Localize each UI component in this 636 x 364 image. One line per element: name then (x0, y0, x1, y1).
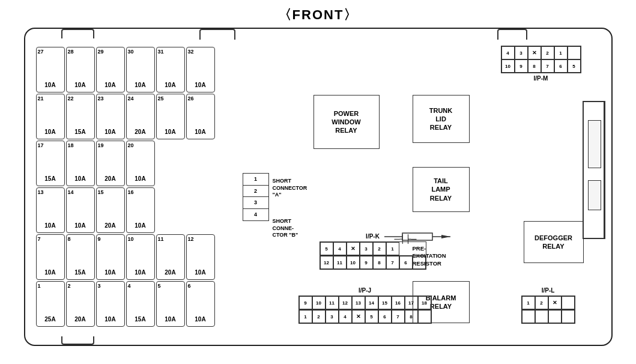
fuse-14: 1410A (66, 187, 95, 233)
fuse-6: 610A (186, 281, 215, 327)
fuse-29: 2910A (96, 47, 125, 93)
bottom-bracket-left (61, 336, 94, 345)
fuse-11: 1120A (156, 234, 185, 280)
diagram-container: 2710A 2810A 2910A 3010A 3110A 3210A 2110… (24, 28, 613, 346)
fuse-24: 2420A (126, 94, 155, 139)
fuse-3: 310A (96, 281, 125, 327)
top-left-notch (61, 29, 94, 38)
ipl-label: I/P-L (521, 287, 575, 294)
tail-lamp-relay: TAILLAMPRELAY (413, 167, 470, 212)
fuse-19: 1920A (96, 141, 125, 186)
fuse-20: 2010A (126, 141, 155, 186)
ipm-label: I/P-M (501, 75, 581, 82)
ipj-container: I/P-J 9 10 11 12 13 14 15 16 17 18 1 2 3… (298, 287, 432, 324)
trunk-lid-relay: TRUNKLIDRELAY (413, 95, 470, 143)
fuse-empty-17-6 (186, 141, 215, 186)
fuse-18: 1810A (66, 141, 95, 186)
ipl-container: I/P-L 1 2 ✕ (521, 287, 575, 324)
fuse-22: 2215A (66, 94, 95, 139)
fuse-9: 910A (96, 234, 125, 280)
defogger-relay: DEFOGGERRELAY (524, 221, 584, 263)
fuse-32: 3210A (186, 47, 215, 93)
ipk-label: I/P-K (320, 233, 426, 240)
fuse-12: 1210A (186, 234, 215, 280)
fuse-4: 415A (126, 281, 155, 327)
fuse-25: 2510A (156, 94, 185, 139)
short-connector-a-label: SHORTCONNECTOR "A" (273, 178, 315, 199)
fuse-2: 220A (66, 281, 95, 327)
fuse-23: 2310A (96, 94, 125, 139)
fuse-5: 510A (156, 281, 185, 327)
fuse-8: 815A (66, 234, 95, 280)
fuse-13: 1310A (36, 187, 65, 233)
fuse-empty-17-5 (156, 141, 185, 186)
right-side-module (583, 101, 605, 239)
short-connector-a-pins: 1 2 3 4 (243, 173, 269, 221)
fuse-empty-13-6 (186, 187, 215, 233)
fuse-26: 2610A (186, 94, 215, 139)
fuse-7: 710A (36, 234, 65, 280)
fuse-28: 2810A (66, 47, 95, 93)
page-title: 〈FRONT〉 (278, 6, 359, 24)
fuse-27: 2710A (36, 47, 65, 93)
short-connector-b-label: SHORTCONNE-CTOR "B" (273, 218, 315, 239)
fuse-15: 1520A (96, 187, 125, 233)
fuse-17: 1715A (36, 141, 65, 186)
fuse-grid: 2710A 2810A 2910A 3010A 3110A 3210A 2110… (36, 47, 215, 327)
ipj-label: I/P-J (298, 287, 432, 294)
fuse-1: 125A (36, 281, 65, 327)
power-window-relay: POWERWINDOWRELAY (313, 95, 380, 149)
fuse-empty-13-5 (156, 187, 185, 233)
ipk-container: I/P-K 5 4 ✕ 3 2 1 12 11 10 9 8 7 6 (320, 233, 426, 270)
fuse-16: 1610A (126, 187, 155, 233)
ipm-container: 4 3 ✕ 2 1 10 9 8 7 6 5 I/P-M (501, 46, 581, 82)
fuse-30: 3010A (126, 47, 155, 93)
fuse-21: 2110A (36, 94, 65, 139)
fuse-10: 1010A (126, 234, 155, 280)
svg-marker-3 (441, 235, 450, 238)
fuse-31: 3110A (156, 47, 185, 93)
top-bracket-right (497, 29, 527, 40)
top-bracket-center (199, 29, 235, 40)
